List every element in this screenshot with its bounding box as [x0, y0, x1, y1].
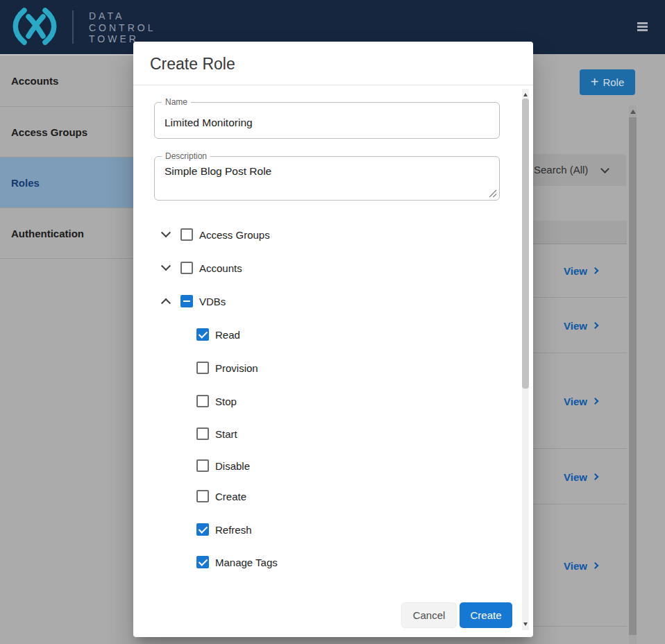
- scroll-up-icon[interactable]: [630, 110, 636, 114]
- sidebar-item-label: Accounts: [11, 75, 58, 87]
- chevron-down-icon[interactable]: [161, 261, 171, 271]
- delphix-logo-icon: [11, 6, 58, 46]
- tree-row: Refresh: [133, 521, 508, 538]
- checkbox-unchecked[interactable]: [196, 395, 209, 407]
- tree-row: Manage Tags: [133, 554, 508, 570]
- tree-row: Stop: [133, 393, 508, 409]
- view-link-label: View: [564, 319, 587, 331]
- checkbox-indeterminate[interactable]: [180, 295, 193, 307]
- dialog-title: Create Role: [150, 55, 235, 74]
- view-link-label: View: [564, 265, 587, 277]
- sidebar-item-roles[interactable]: Roles: [0, 158, 133, 208]
- hamburger-menu-icon[interactable]: [637, 22, 648, 31]
- search-filter-value: Search (All): [534, 164, 588, 176]
- tree-item-label: Accounts: [199, 262, 242, 274]
- chevron-right-icon: [592, 398, 599, 405]
- sidebar-item-access-groups[interactable]: Access Groups: [0, 107, 133, 158]
- tree-row: Disable: [133, 457, 508, 474]
- chevron-down-icon: [600, 164, 609, 173]
- sidebar-item-label: Authentication: [11, 228, 84, 239]
- view-link[interactable]: View: [564, 319, 598, 331]
- checkbox-unchecked[interactable]: [196, 362, 209, 374]
- view-link-label: View: [564, 471, 587, 482]
- description-field-wrapper: Description Simple Blog Post Role: [154, 156, 500, 201]
- tree-item-label: Start: [215, 428, 237, 440]
- tree-item-label: Provision: [215, 362, 258, 374]
- tree-row: Start: [133, 425, 508, 442]
- chevron-right-icon: [592, 473, 599, 480]
- tree-item-label: VDBs: [199, 296, 226, 307]
- description-field-label: Description: [162, 151, 210, 161]
- scroll-down-icon[interactable]: [523, 622, 528, 626]
- view-link-label: View: [564, 559, 587, 571]
- cancel-button[interactable]: Cancel: [401, 602, 457, 628]
- scroll-up-icon[interactable]: [523, 93, 528, 96]
- tree-row: Accounts: [133, 260, 508, 276]
- chevron-up-icon[interactable]: [161, 298, 171, 308]
- sidebar-item-authentication[interactable]: Authentication: [0, 208, 133, 259]
- sidebar-item-label: Roles: [11, 177, 40, 189]
- checkbox-unchecked[interactable]: [180, 262, 193, 274]
- permission-tree: Access GroupsAccountsVDBsReadProvisionSt…: [133, 226, 508, 587]
- page-scrollbar-thumb[interactable]: [629, 117, 637, 635]
- view-link[interactable]: View: [564, 395, 598, 407]
- dialog-scrollbar-thumb[interactable]: [522, 99, 529, 389]
- tree-item-label: Manage Tags: [215, 557, 278, 568]
- sidebar-item-label: Access Groups: [11, 126, 87, 138]
- resize-handle-icon[interactable]: [489, 189, 497, 198]
- chevron-down-icon[interactable]: [161, 228, 171, 237]
- create-button[interactable]: Create: [460, 602, 512, 628]
- checkbox-unchecked[interactable]: [196, 427, 209, 440]
- chevron-right-icon: [592, 267, 599, 274]
- name-field-wrapper: Name: [154, 102, 500, 139]
- name-field-label: Name: [162, 97, 191, 107]
- dialog-divider: [133, 85, 533, 85]
- plus-icon: +: [591, 76, 599, 88]
- checkbox-unchecked[interactable]: [196, 490, 209, 502]
- add-role-button-label: Role: [603, 76, 624, 88]
- description-textarea[interactable]: Simple Blog Post Role: [155, 157, 499, 200]
- checkbox-checked[interactable]: [196, 556, 209, 568]
- chevron-right-icon: [592, 322, 599, 329]
- tree-item-label: Stop: [215, 396, 237, 407]
- tree-row: Provision: [133, 359, 508, 376]
- view-link[interactable]: View: [564, 265, 598, 277]
- view-link[interactable]: View: [564, 559, 598, 571]
- tree-item-label: Access Groups: [199, 229, 270, 241]
- tree-row: Access Groups: [133, 226, 508, 243]
- view-link[interactable]: View: [564, 471, 598, 482]
- brand-divider: [72, 10, 74, 44]
- brand-text: DATA CONTROL TOWER: [89, 10, 155, 45]
- checkbox-checked[interactable]: [196, 523, 209, 536]
- tree-item-label: Refresh: [215, 524, 252, 536]
- chevron-right-icon: [592, 562, 599, 569]
- tree-item-label: Read: [215, 329, 240, 341]
- create-role-dialog: Create Role Name Description Simple Blog…: [133, 42, 533, 637]
- dialog-scrollbar[interactable]: [522, 89, 529, 630]
- view-link-label: View: [564, 395, 587, 407]
- tree-row: Read: [133, 326, 508, 343]
- tree-row: Create: [133, 488, 508, 505]
- add-role-button[interactable]: + Role: [580, 69, 635, 95]
- page-scrollbar[interactable]: [629, 105, 637, 644]
- tree-row: VDBs: [133, 293, 508, 310]
- sidebar-item-accounts[interactable]: Accounts: [0, 56, 133, 107]
- sidebar: AccountsAccess GroupsRolesAuthentication: [0, 54, 133, 259]
- checkbox-checked[interactable]: [196, 328, 209, 341]
- name-input[interactable]: [155, 103, 499, 138]
- checkbox-unchecked[interactable]: [196, 459, 209, 472]
- tree-item-label: Disable: [215, 460, 250, 472]
- checkbox-unchecked[interactable]: [180, 228, 193, 241]
- tree-item-label: Create: [215, 491, 246, 502]
